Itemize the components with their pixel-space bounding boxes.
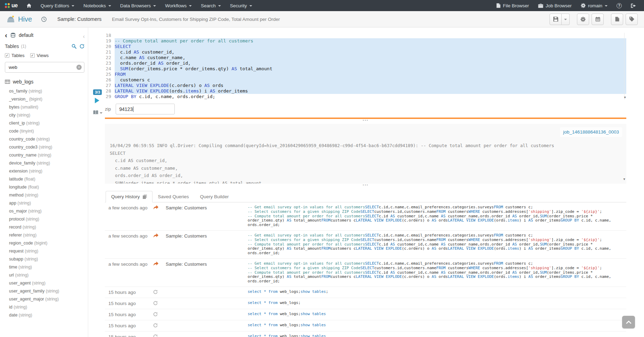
- job-browser-link[interactable]: Job Browser: [534, 0, 576, 11]
- filter-views-checkbox[interactable]: ✓Views: [30, 53, 49, 58]
- history-sql: select * from web_logs;show tables: [248, 334, 626, 337]
- column-item-longitude[interactable]: longitude (float): [5, 183, 84, 191]
- status-cell: [152, 205, 166, 210]
- filter-tables-checkbox[interactable]: ✓Tables: [5, 53, 25, 58]
- hue-logo[interactable]: ue: [4, 2, 22, 9]
- table-item-web-logs[interactable]: web_logs: [5, 79, 84, 85]
- column-item-region-code[interactable]: region_code (bigint): [5, 239, 84, 247]
- scroll-to-top-button[interactable]: [622, 316, 635, 328]
- save-button[interactable]: [550, 14, 562, 25]
- search-tables-icon[interactable]: [72, 44, 76, 49]
- variable-input[interactable]: 94123: [116, 104, 175, 114]
- column-item-date[interactable]: date (string): [5, 311, 84, 319]
- refresh-tables-icon[interactable]: [80, 44, 84, 49]
- history-row[interactable]: 15 hours agoselect * from web_logs;: [105, 298, 626, 309]
- settings-button[interactable]: [577, 14, 589, 25]
- saved-query-toggle[interactable]: [93, 110, 102, 115]
- history-row[interactable]: 15 hours agoselect * from web_logs;show …: [105, 320, 626, 331]
- menu-data-browsers[interactable]: Data Browsers: [116, 0, 161, 11]
- editor-scrollbar[interactable]: [624, 33, 625, 99]
- tags-button[interactable]: [626, 14, 638, 25]
- menu-query-editors[interactable]: Query Editors: [36, 0, 79, 11]
- query-title[interactable]: Sample: Customers: [57, 16, 101, 22]
- column-item-client-ip[interactable]: client_ip (string): [5, 119, 84, 127]
- checkbox-checked-icon: ✓: [30, 53, 35, 58]
- column-item-country-code[interactable]: country_code (string): [5, 135, 84, 143]
- app-header: Hive Sample: Customers Email Survey Opt-…: [0, 11, 644, 27]
- column-item-bytes[interactable]: bytes (smallint): [5, 103, 84, 111]
- log-resize-handle[interactable]: ···: [105, 120, 626, 122]
- back-arrow-icon[interactable]: ‹: [5, 33, 7, 38]
- column-item-record[interactable]: record (string): [5, 223, 84, 231]
- job-link[interactable]: job_1461888648136_0003: [560, 127, 622, 137]
- column-item-device-family[interactable]: device_family (string): [5, 159, 84, 167]
- book-icon: [93, 110, 98, 115]
- clear-search-icon[interactable]: ×: [76, 65, 82, 70]
- column-item-protocol[interactable]: protocol (string): [5, 215, 84, 223]
- column-item-user-agent-family[interactable]: user_agent_family (string): [5, 287, 84, 295]
- column-item-user-agent-major[interactable]: user_agent_major (string): [5, 295, 84, 303]
- save-options-caret[interactable]: [562, 14, 570, 25]
- collapse-sidebar-icon[interactable]: ‹: [83, 33, 85, 40]
- line-number: 24: [105, 66, 115, 72]
- status-cell: [152, 334, 166, 337]
- column-item-request[interactable]: request (string): [5, 247, 84, 255]
- menu-workflows[interactable]: Workflows: [160, 0, 196, 11]
- column-item-city[interactable]: city (string): [5, 111, 84, 119]
- column-item-user-agent[interactable]: user_agent (string): [5, 279, 84, 287]
- column-item-app[interactable]: app (string): [5, 199, 84, 207]
- history-row[interactable]: a few seconds agoSample: Customers-- Get…: [105, 259, 626, 287]
- database-name[interactable]: default: [19, 32, 33, 38]
- column-item-method[interactable]: method (string): [5, 191, 84, 199]
- home-button[interactable]: [22, 0, 36, 11]
- schedule-button[interactable]: [592, 14, 604, 25]
- history-row[interactable]: a few seconds agoSample: Customers-- Get…: [105, 231, 626, 259]
- column-item-os-family[interactable]: os_family (string): [5, 87, 84, 95]
- help-button[interactable]: ?: [612, 0, 626, 11]
- menu-notebooks[interactable]: Notebooks: [79, 0, 116, 11]
- history-time: 15 hours ago: [108, 301, 152, 306]
- column-item-os-major[interactable]: os_major (string): [5, 207, 84, 215]
- menu-search[interactable]: Search: [196, 0, 225, 11]
- user-menu[interactable]: romain: [576, 0, 612, 11]
- line-number: 29: [105, 94, 115, 99]
- column-item-country-code3[interactable]: country_code3 (string): [5, 143, 84, 151]
- query-subtitle: Email Survey Opt-Ins, Customers for Ship…: [112, 17, 280, 22]
- menu-security[interactable]: Security: [225, 0, 257, 11]
- history-row[interactable]: 15 hours agoselect * from web_logs;show …: [105, 287, 626, 298]
- column-item-subapp[interactable]: subapp (string): [5, 255, 84, 263]
- history-time: 15 hours ago: [108, 334, 152, 337]
- column-item-time[interactable]: time (string): [5, 263, 84, 271]
- tab-query-builder[interactable]: Query Builder: [195, 191, 234, 202]
- execute-query-button[interactable]: [95, 98, 99, 103]
- results-resize-handle[interactable]: ···: [105, 184, 626, 187]
- help-icon: ?: [617, 3, 622, 8]
- column-item-referer[interactable]: referer (string): [5, 231, 84, 239]
- log-line: SELECT: [110, 150, 621, 157]
- app-name[interactable]: Hive: [18, 15, 32, 23]
- column-item-latitude[interactable]: latitude (float): [5, 175, 84, 183]
- tab-query-history[interactable]: Query History: [106, 191, 152, 202]
- table-search-input[interactable]: [5, 62, 84, 73]
- new-document-button[interactable]: [611, 14, 623, 25]
- history-time: 15 hours ago: [108, 323, 152, 328]
- log-scroll-down-icon[interactable]: ▼: [624, 176, 625, 183]
- history-row[interactable]: 15 hours agoselect * from web_logs;show …: [105, 331, 626, 337]
- history-row[interactable]: a few seconds agoSample: Customers-- Get…: [105, 202, 626, 231]
- forward-icon: [153, 262, 158, 266]
- history-row[interactable]: 15 hours agoselect * from web_logs;show …: [105, 309, 626, 320]
- hive-logo-icon: [6, 15, 15, 23]
- column-item--version-[interactable]: _version_ (bigint): [5, 95, 84, 103]
- recent-queries-icon[interactable]: [41, 16, 47, 22]
- file-browser-link[interactable]: File Browser: [492, 0, 534, 11]
- column-item-code[interactable]: code (tinyint): [5, 127, 84, 135]
- column-item-country-name[interactable]: country_name (string): [5, 151, 84, 159]
- column-item-url[interactable]: url (string): [5, 271, 84, 279]
- logout-button[interactable]: [626, 0, 641, 11]
- sql-editor[interactable]: 1819-- Compute total amount per order fo…: [105, 33, 626, 99]
- history-time: a few seconds ago: [108, 205, 152, 210]
- column-item-id[interactable]: id (string): [5, 303, 84, 311]
- column-item-extension[interactable]: extension (string): [5, 167, 84, 175]
- editor-scroll-down-icon[interactable]: ▼: [624, 95, 626, 100]
- tab-saved-queries[interactable]: Saved Queries: [152, 191, 195, 202]
